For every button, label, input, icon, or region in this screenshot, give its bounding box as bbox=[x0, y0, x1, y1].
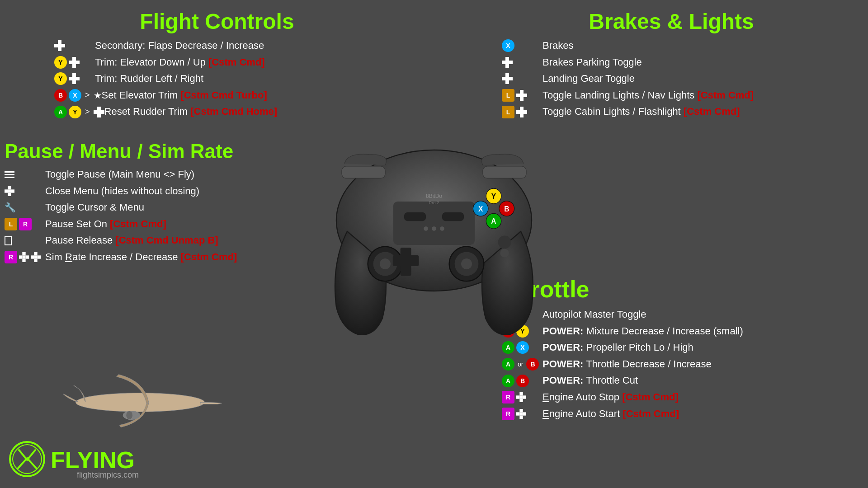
dpad-icon bbox=[54, 40, 65, 51]
th1-text: Autopilot Master Toggle bbox=[542, 308, 841, 321]
svg-rect-2 bbox=[58, 44, 61, 47]
pm4-custom: [Cstm Cmd] bbox=[110, 218, 166, 230]
cross-icon bbox=[5, 186, 14, 196]
svg-point-96 bbox=[126, 411, 133, 420]
svg-text:X: X bbox=[478, 205, 483, 213]
svg-text:A: A bbox=[491, 217, 496, 225]
xbox-logo bbox=[9, 441, 45, 479]
svg-rect-62 bbox=[519, 412, 523, 415]
svg-rect-26 bbox=[502, 77, 505, 80]
dpad-icon bbox=[69, 57, 80, 68]
btn-b-icon: B bbox=[516, 375, 529, 387]
svg-rect-67 bbox=[404, 212, 426, 221]
list-item: Close Menu (hides without closing) bbox=[5, 185, 312, 198]
th7-custom: [Cstm Cmd] bbox=[623, 408, 679, 419]
pm2-icons bbox=[5, 186, 45, 196]
btn-y-icon: Y bbox=[54, 56, 67, 69]
flight-controls-title: Flight Controls bbox=[54, 9, 380, 34]
svg-rect-6 bbox=[69, 61, 72, 64]
svg-rect-23 bbox=[509, 61, 513, 64]
svg-rect-12 bbox=[72, 77, 76, 80]
svg-rect-1 bbox=[54, 44, 58, 47]
btn-y-icon: Y bbox=[54, 72, 67, 85]
svg-rect-60 bbox=[519, 409, 523, 412]
svg-point-70 bbox=[432, 226, 436, 231]
btn-r-icon: R bbox=[502, 391, 514, 404]
th6-custom: [Cstm Cmd] bbox=[622, 391, 679, 403]
pm5-custom: [Cstm Cmd Unmap B] bbox=[115, 235, 218, 246]
svg-point-74 bbox=[380, 258, 391, 269]
svg-rect-15 bbox=[97, 107, 101, 110]
svg-rect-66 bbox=[393, 202, 475, 245]
pm2-text: Close Menu (hides without closing) bbox=[45, 185, 312, 198]
svg-rect-9 bbox=[72, 64, 76, 68]
arrow-icon: > bbox=[85, 90, 90, 100]
btn-y-icon: Y bbox=[69, 106, 81, 118]
svg-rect-41 bbox=[5, 189, 8, 192]
svg-rect-5 bbox=[72, 57, 76, 61]
brakes-lights-title: Brakes & Lights bbox=[502, 9, 841, 34]
controller-svg: Y B X A 8BitDo Pro 2 bbox=[298, 90, 570, 361]
svg-rect-47 bbox=[22, 256, 25, 259]
svg-rect-4 bbox=[58, 47, 61, 51]
pm5-icons bbox=[5, 236, 45, 245]
svg-point-92 bbox=[498, 236, 511, 249]
svg-rect-58 bbox=[523, 396, 526, 399]
svg-text:Y: Y bbox=[491, 192, 496, 200]
svg-rect-64 bbox=[519, 416, 523, 419]
svg-text:B: B bbox=[504, 205, 509, 213]
controller-image: Y B X A 8BitDo Pro 2 bbox=[298, 90, 570, 361]
bl2-text: Brakes Parking Toggle bbox=[542, 56, 841, 69]
list-item: Y Trim: Elevator Down / Up [Cstm Cmd] bbox=[54, 56, 380, 69]
btn-x-icon: X bbox=[69, 89, 81, 102]
list-item: L R Pause Set On [Cstm Cmd] bbox=[5, 218, 312, 231]
svg-point-93 bbox=[500, 249, 509, 257]
svg-rect-20 bbox=[505, 57, 509, 61]
svg-rect-57 bbox=[519, 396, 523, 399]
th7-text: Engine Auto Start [Cstm Cmd] bbox=[542, 408, 841, 421]
bl4-text: Toggle Landing Lights / Nav Lights [Cstm… bbox=[542, 89, 841, 102]
airplane-area bbox=[54, 355, 226, 443]
svg-rect-61 bbox=[516, 412, 519, 415]
fc1-text: Secondary: Flaps Decrease / Increase bbox=[95, 39, 380, 52]
svg-rect-42 bbox=[8, 189, 11, 192]
svg-rect-21 bbox=[502, 61, 505, 64]
bl4-custom: [Cstm Cmd] bbox=[697, 89, 754, 101]
hamburger-icon bbox=[5, 171, 14, 178]
svg-point-71 bbox=[440, 226, 444, 231]
cross-icon bbox=[19, 252, 29, 262]
svg-rect-27 bbox=[505, 77, 509, 80]
dpad-icon bbox=[69, 73, 80, 84]
bl3-icons bbox=[502, 73, 542, 84]
list-item: Secondary: Flaps Decrease / Increase bbox=[54, 39, 380, 52]
list-item: R Sim Rate Increase / Decrease [Cstm Cmd… bbox=[5, 251, 312, 264]
pm4-text: Pause Set On [Cstm Cmd] bbox=[45, 218, 312, 231]
dpad-icon bbox=[502, 57, 513, 68]
bl5-custom: [Cstm Cmd] bbox=[684, 106, 740, 117]
svg-rect-63 bbox=[523, 412, 526, 415]
svg-rect-19 bbox=[97, 114, 101, 117]
bl1-text: Brakes bbox=[542, 39, 841, 52]
list-item: 🔧 Toggle Cursor & Menu bbox=[5, 201, 312, 214]
svg-rect-0 bbox=[58, 40, 61, 44]
pause-menu-title: Pause / Menu / Sim Rate bbox=[5, 140, 312, 163]
svg-rect-44 bbox=[8, 193, 11, 196]
th7-icons: R bbox=[502, 408, 542, 420]
svg-point-77 bbox=[461, 258, 472, 269]
website-text: flightsimpics.com bbox=[77, 470, 139, 480]
svg-rect-54 bbox=[34, 259, 37, 262]
svg-rect-13 bbox=[76, 77, 80, 80]
star-icon: ★ bbox=[94, 89, 102, 101]
svg-rect-56 bbox=[516, 396, 519, 399]
wrench-icon: 🔧 bbox=[5, 202, 16, 213]
list-item: R Engine Auto Stop [Cstm Cmd] bbox=[502, 391, 841, 404]
th4-text: POWER: Throttle Decrease / Increase bbox=[542, 358, 841, 371]
svg-rect-43 bbox=[11, 189, 14, 192]
fc4-icons: B X > ★ bbox=[54, 89, 102, 102]
pm3-icons: 🔧 bbox=[5, 202, 45, 213]
list-item: Landing Gear Toggle bbox=[502, 72, 841, 85]
svg-rect-18 bbox=[101, 110, 104, 114]
list-item: A B POWER: Throttle Cut bbox=[502, 374, 841, 387]
cross-icon bbox=[516, 392, 526, 402]
bl5-text: Toggle Cabin Lights / Flashlight [Cstm C… bbox=[542, 105, 841, 118]
